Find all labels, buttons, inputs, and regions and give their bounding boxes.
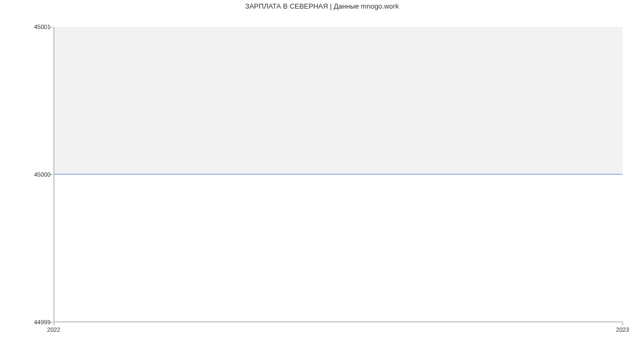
y-axis-label: 45001: [34, 24, 50, 30]
data-line: [54, 174, 623, 174]
y-axis-label: 45000: [34, 171, 50, 178]
y-axis-label: 44999: [34, 319, 50, 325]
chart-title: ЗАРПЛАТА В СЕВЕРНАЯ | Данные mnogo.work: [0, 0, 644, 10]
x-axis-label: 2023: [616, 326, 629, 333]
plot-area: [54, 27, 623, 322]
fill-region: [54, 27, 623, 174]
x-tick: [623, 322, 623, 325]
chart-container: 45001 45000 44999 2022 2023: [0, 16, 644, 349]
x-axis-label: 2022: [47, 326, 60, 333]
x-tick: [54, 322, 54, 325]
